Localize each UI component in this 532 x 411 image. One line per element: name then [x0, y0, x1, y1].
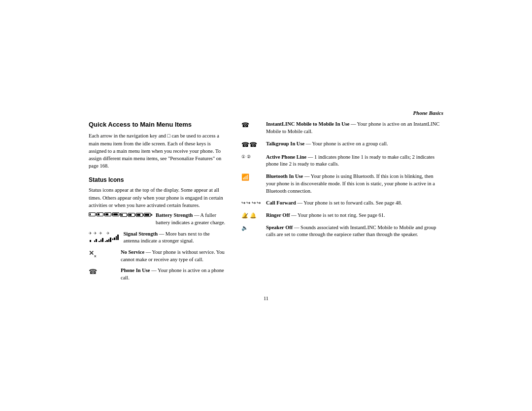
signal-icon-4	[105, 236, 111, 242]
instantlinc-icon-char: ☎	[241, 121, 249, 129]
section2-body: Status icons appear at the top of the di…	[89, 186, 227, 209]
page-header: Phone Basics	[89, 110, 443, 116]
speaker-off-desc-bold: Speaker Off	[266, 225, 293, 230]
bluetooth-row: 📶 Bluetooth In Use — Your phone is using…	[241, 173, 443, 195]
battery-desc: Battery Strength — A fuller battery indi…	[156, 212, 227, 226]
ringer-off-row: 🔔̸ 🔔 Ringer Off — Your phone is set to n…	[241, 212, 443, 219]
ringer-off-desc: Ringer Off — Your phone is set to not ri…	[266, 212, 443, 219]
signal-icon-2	[94, 236, 97, 242]
instantlinc-row: ☎ InstantLINC Mobile to Mobile In Use — …	[241, 121, 443, 135]
battery-icon-2	[97, 212, 103, 216]
signal-icons: ✈ ✈	[89, 231, 119, 243]
battery-desc-bold: Battery Strength	[156, 212, 193, 218]
left-column: Quick Access to Main Menu Items Each arr…	[89, 121, 227, 285]
bluetooth-icon-char: 📶	[241, 173, 249, 181]
talkgroup-desc-bold: Talkgroup In Use	[266, 141, 304, 146]
speaker-off-icon-char: 🔈	[241, 225, 248, 231]
ringer-off-icon-2: 🔔	[250, 212, 257, 219]
page-number-value: 11	[264, 296, 268, 301]
battery-icon-3	[104, 212, 111, 216]
section1-body: Each arrow in the navigation key and □ c…	[89, 132, 227, 170]
ringer-off-icon: 🔔̸ 🔔	[241, 212, 261, 219]
page-number: 11	[89, 296, 443, 301]
talkgroup-icon-char: ☎☎	[241, 141, 257, 149]
no-service-row: ✕x No Service — Your phone is without se…	[89, 249, 227, 263]
battery-icons	[89, 212, 151, 217]
section2-heading: Status Icons	[89, 176, 227, 183]
call-forward-desc-text: — Your phone is set to forward calls. Se…	[296, 200, 402, 206]
call-forward-row: ↪ ↪ ↪ ↪ Call Forward — Your phone is set…	[241, 200, 443, 207]
call-forward-icon-4: ↪	[257, 200, 261, 206]
battery-icon-5	[120, 213, 127, 217]
signal-icon-5	[112, 234, 119, 240]
battery-icon-8	[144, 213, 151, 217]
call-forward-desc: Call Forward — Your phone is set to forw…	[266, 200, 443, 207]
call-forward-icon-3: ↪	[252, 200, 256, 206]
instantlinc-icon: ☎	[241, 121, 261, 129]
instantlinc-desc: InstantLINC Mobile to Mobile In Use — Yo…	[266, 121, 443, 135]
page: Phone Basics Quick Access to Main Menu I…	[74, 100, 458, 310]
battery-row: Battery Strength — A fuller battery indi…	[89, 212, 227, 226]
instantlinc-desc-bold: InstantLINC Mobile to Mobile In Use	[266, 121, 349, 127]
signal-icon-3	[99, 236, 103, 242]
ringer-off-desc-text: — Your phone is set to not ring. See pag…	[290, 212, 385, 218]
signal-desc: Signal Strength — More bars next to the …	[124, 231, 227, 245]
signal-desc-bold: Signal Strength	[124, 231, 158, 237]
signal-row: ✈ ✈	[89, 231, 227, 245]
talkgroup-icon: ☎☎	[241, 140, 261, 149]
no-service-desc: No Service — Your phone is without servi…	[121, 249, 227, 263]
talkgroup-desc: Talkgroup In Use — Your phone is active …	[266, 140, 443, 148]
signal-icon-1	[90, 236, 91, 242]
phone-in-use-row: ☎ Phone In Use — Your phone is active on…	[89, 267, 227, 281]
ringer-off-icon-1: 🔔̸	[241, 212, 248, 219]
phone-in-use-icon-char: ☎	[89, 268, 97, 276]
ringer-off-desc-bold: Ringer Off	[266, 212, 290, 218]
talkgroup-row: ☎☎ Talkgroup In Use — Your phone is acti…	[241, 140, 443, 149]
content-area: Quick Access to Main Menu Items Each arr…	[89, 121, 443, 285]
active-line-icon: ① ②	[241, 154, 261, 159]
battery-icon-1	[89, 212, 96, 216]
call-forward-icon: ↪ ↪ ↪ ↪	[241, 200, 261, 206]
section-title: Phone Basics	[413, 110, 443, 116]
call-forward-desc-bold: Call Forward	[266, 200, 296, 206]
no-service-desc-bold: No Service	[121, 249, 144, 255]
battery-icon-4	[112, 212, 119, 216]
bluetooth-desc-bold: Bluetooth In Use	[266, 173, 303, 179]
phone-in-use-desc-bold: Phone In Use	[121, 268, 150, 273]
active-line-icon-1: ①	[241, 154, 245, 159]
active-line-row: ① ② Active Phone Line — 1 indicates phon…	[241, 154, 443, 168]
section1-heading: Quick Access to Main Menu Items	[89, 121, 227, 128]
call-forward-icon-2: ↪	[246, 200, 250, 206]
active-line-desc-bold: Active Phone Line	[266, 154, 306, 160]
right-column: ☎ InstantLINC Mobile to Mobile In Use — …	[241, 121, 443, 285]
battery-icon-6	[128, 213, 135, 217]
bluetooth-icon: 📶	[241, 173, 261, 181]
no-service-icon-char: ✕x	[89, 249, 96, 258]
phone-in-use-desc: Phone In Use — Your phone is active on a…	[121, 267, 227, 281]
speaker-off-row: 🔈 Speaker Off — Sounds associated with I…	[241, 224, 443, 239]
no-service-icon: ✕x	[89, 249, 116, 258]
phone-in-use-icon: ☎	[89, 267, 116, 276]
talkgroup-desc-text: — Your phone is active on a group call.	[304, 141, 388, 146]
speaker-off-desc: Speaker Off — Sounds associated with Ins…	[266, 224, 443, 239]
speaker-off-icon: 🔈	[241, 224, 261, 231]
battery-icon-7	[136, 213, 143, 217]
active-line-desc: Active Phone Line — 1 indicates phone li…	[266, 154, 443, 168]
bluetooth-desc: Bluetooth In Use — Your phone is using B…	[266, 173, 443, 195]
active-line-icon-2: ②	[247, 154, 251, 159]
call-forward-icon-1: ↪	[241, 200, 245, 206]
